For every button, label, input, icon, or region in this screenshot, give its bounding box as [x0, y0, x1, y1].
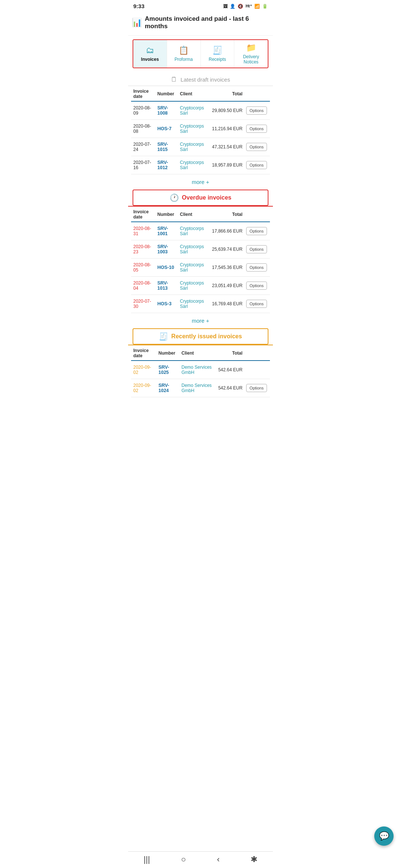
overdue-total-2: 17,545.36 EUR	[210, 259, 244, 277]
recent-total-0: 542.64 EUR	[216, 361, 244, 379]
draft-section-header: 🗒 Latest draft invoices	[128, 72, 273, 86]
draft-date-2: 2020-07-24	[131, 138, 155, 156]
draft-client-0[interactable]: Cryptocorps Sàrl	[178, 101, 210, 120]
draft-number-3[interactable]: SRV-1012	[155, 156, 178, 174]
overdue-client-3[interactable]: Cryptocorps Sàrl	[178, 277, 210, 295]
invoices-tab-label: Invoices	[141, 57, 159, 62]
tab-proforma[interactable]: 📋 Proforma	[167, 40, 201, 68]
overdue-col-client: Client	[178, 207, 210, 222]
overdue-total-1: 25,639.74 EUR	[210, 240, 244, 259]
recent-date-1: 2020-09-02	[131, 379, 156, 397]
overdue-options-btn-0[interactable]: Options	[244, 222, 270, 240]
draft-client-1[interactable]: Cryptocorps Sàrl	[178, 120, 210, 138]
draft-table: Invoice date Number Client Total 2020-08…	[131, 86, 270, 174]
overdue-table-header-row: Invoice date Number Client Total	[131, 207, 270, 222]
overdue-number-1[interactable]: SRV-1003	[155, 240, 178, 259]
delivery-tab-icon: 📁	[246, 43, 256, 53]
draft-col-total: Total	[210, 86, 244, 101]
draft-table-row: 2020-07-16 SRV-1012 Cryptocorps Sàrl 18,…	[131, 156, 270, 174]
draft-options-btn-0[interactable]: Options	[244, 101, 270, 120]
overdue-number-2[interactable]: HOS-10	[155, 259, 178, 277]
overdue-number-4[interactable]: HOS-3	[155, 295, 178, 313]
overdue-options-btn-2[interactable]: Options	[244, 259, 270, 277]
draft-col-client: Client	[178, 86, 210, 101]
recent-client-1[interactable]: Demo Services GmbH	[179, 379, 216, 397]
recent-col-number: Number	[156, 345, 179, 361]
overdue-total-0: 17,866.66 EUR	[210, 222, 244, 240]
mute-icon: 🔇	[238, 4, 243, 9]
recent-table-wrapper: Invoice date Number Client Total 2020-09…	[128, 345, 273, 397]
recent-options-btn-1[interactable]: Options	[244, 379, 270, 397]
draft-total-1: 11,216.94 EUR	[210, 120, 244, 138]
draft-client-2[interactable]: Cryptocorps Sàrl	[178, 138, 210, 156]
overdue-table-wrapper: Invoice date Number Client Total 2020-08…	[128, 207, 273, 313]
recent-table-row: 2020-09-02 SRV-1024 Demo Services GmbH 5…	[131, 379, 270, 397]
overdue-col-total: Total	[210, 207, 244, 222]
delivery-tab-label: Delivery Notices	[236, 54, 266, 65]
chart-icon: 📊	[132, 18, 142, 27]
tab-invoices[interactable]: 🗂 Invoices	[133, 40, 167, 68]
status-bar: 9:33 🖼 👤 🔇 Ht⁺ 📶 🔋	[128, 0, 273, 11]
overdue-client-2[interactable]: Cryptocorps Sàrl	[178, 259, 210, 277]
draft-number-1[interactable]: HOS-7	[155, 120, 178, 138]
draft-number-0[interactable]: SRV-1008	[155, 101, 178, 120]
recent-section-header: 🧾 Recently issued invoices	[133, 328, 268, 345]
recent-col-total: Total	[216, 345, 244, 361]
overdue-date-2: 2020-08-05	[131, 259, 155, 277]
overdue-options-btn-3[interactable]: Options	[244, 277, 270, 295]
draft-more-button[interactable]: more +	[128, 174, 273, 187]
recent-col-date: Invoice date	[131, 345, 156, 361]
overdue-client-4[interactable]: Cryptocorps Sàrl	[178, 295, 210, 313]
draft-options-btn-2[interactable]: Options	[244, 138, 270, 156]
overdue-table: Invoice date Number Client Total 2020-08…	[131, 207, 270, 313]
draft-total-2: 47,321.54 EUR	[210, 138, 244, 156]
status-time: 9:33	[133, 3, 144, 9]
overdue-date-1: 2020-08-23	[131, 240, 155, 259]
draft-options-btn-3[interactable]: Options	[244, 156, 270, 174]
tab-receipts[interactable]: 🧾 Receipts	[201, 40, 235, 68]
recent-number-1[interactable]: SRV-1024	[156, 379, 179, 397]
proforma-tab-label: Proforma	[175, 57, 193, 62]
draft-date-3: 2020-07-16	[131, 156, 155, 174]
person-icon: 👤	[230, 4, 235, 9]
recent-client-0[interactable]: Demo Services GmbH	[179, 361, 216, 379]
battery-icon: 🔋	[262, 4, 268, 9]
overdue-options-btn-1[interactable]: Options	[244, 240, 270, 259]
tab-delivery[interactable]: 📁 Delivery Notices	[234, 40, 268, 68]
draft-table-header-row: Invoice date Number Client Total	[131, 86, 270, 101]
draft-options-btn-1[interactable]: Options	[244, 120, 270, 138]
network-bars-icon: 📶	[254, 4, 260, 9]
overdue-total-4: 16,769.48 EUR	[210, 295, 244, 313]
overdue-table-row: 2020-07-30 HOS-3 Cryptocorps Sàrl 16,769…	[131, 295, 270, 313]
draft-client-3[interactable]: Cryptocorps Sàrl	[178, 156, 210, 174]
overdue-more-button[interactable]: more +	[128, 313, 273, 326]
recent-col-client: Client	[179, 345, 216, 361]
overdue-client-1[interactable]: Cryptocorps Sàrl	[178, 240, 210, 259]
receipts-tab-icon: 🧾	[212, 46, 222, 55]
recent-options-btn-0[interactable]	[244, 361, 270, 379]
signal-icon: Ht⁺	[245, 4, 252, 9]
overdue-number-3[interactable]: SRV-1013	[155, 277, 178, 295]
overdue-options-btn-4[interactable]: Options	[244, 295, 270, 313]
draft-number-2[interactable]: SRV-1015	[155, 138, 178, 156]
recent-total-1: 542.64 EUR	[216, 379, 244, 397]
draft-table-wrapper: Invoice date Number Client Total 2020-08…	[128, 86, 273, 174]
recent-section-title: Recently issued invoices	[171, 333, 242, 340]
draft-table-row: 2020-07-24 SRV-1015 Cryptocorps Sàrl 47,…	[131, 138, 270, 156]
overdue-section-header: 🕐 Overdue invoices	[133, 190, 268, 206]
tab-bar: 🗂 Invoices 📋 Proforma 🧾 Receipts 📁 Deliv…	[133, 39, 268, 68]
draft-table-row: 2020-08-09 SRV-1008 Cryptocorps Sàrl 29,…	[131, 101, 270, 120]
overdue-client-0[interactable]: Cryptocorps Sàrl	[178, 222, 210, 240]
page-header: 📊 Amounts invoiced and paid - last 6 mon…	[128, 11, 273, 36]
overdue-section-title: Overdue invoices	[182, 194, 231, 201]
draft-total-0: 29,809.50 EUR	[210, 101, 244, 120]
overdue-number-0[interactable]: SRV-1001	[155, 222, 178, 240]
overdue-table-row: 2020-08-05 HOS-10 Cryptocorps Sàrl 17,54…	[131, 259, 270, 277]
overdue-total-3: 23,051.49 EUR	[210, 277, 244, 295]
recent-number-0[interactable]: SRV-1025	[156, 361, 179, 379]
overdue-col-number: Number	[155, 207, 178, 222]
draft-date-0: 2020-08-09	[131, 101, 155, 120]
invoices-tab-icon: 🗂	[146, 46, 154, 55]
recent-icon: 🧾	[159, 332, 168, 341]
overdue-date-4: 2020-07-30	[131, 295, 155, 313]
